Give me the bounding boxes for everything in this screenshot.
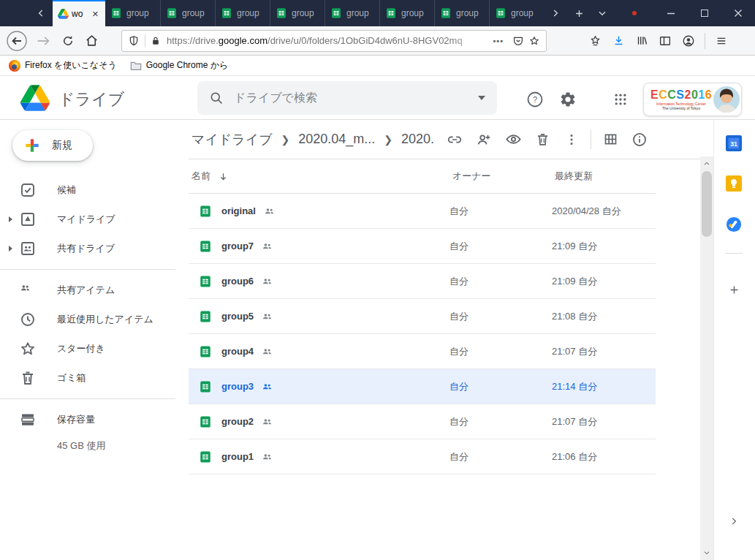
tab-scroll-right-button[interactable] xyxy=(544,0,567,26)
bookmark-star-icon[interactable] xyxy=(528,35,540,47)
sidebar-item-trash[interactable]: ゴミ箱 xyxy=(0,363,189,393)
search-options-caret-icon[interactable] xyxy=(478,96,485,100)
sidebar-item-clock[interactable]: 最近使用したアイテム xyxy=(0,305,189,334)
account-icon[interactable] xyxy=(677,29,700,53)
close-window-button[interactable] xyxy=(721,0,755,26)
sidebar-item-label: 保存容量 xyxy=(57,413,95,426)
breadcrumb-folder-2[interactable]: 2020. xyxy=(401,132,434,147)
tab-group-sheet[interactable]: group xyxy=(270,0,325,26)
sidebars-icon[interactable] xyxy=(653,29,677,53)
avatar[interactable] xyxy=(713,86,740,113)
file-row-group4[interactable]: group4自分21:07 自分 xyxy=(189,334,656,369)
file-row-group3[interactable]: group3自分21:14 自分 xyxy=(189,369,656,404)
bookmark-item-firefox[interactable]: Firefox を使いこなそう xyxy=(9,59,117,72)
tab-scroll-left-button[interactable] xyxy=(29,0,53,26)
plus-icon xyxy=(574,8,585,19)
get-add-ons-button[interactable] xyxy=(726,281,742,298)
bookmarks-star-list-icon[interactable] xyxy=(583,29,607,53)
file-row-group1[interactable]: group1自分21:06 自分 xyxy=(189,439,656,474)
tab-active-drive[interactable]: wo ✕ xyxy=(53,0,105,26)
sidebar-item-people[interactable]: 共有アイテム xyxy=(0,276,189,305)
google-sheets-icon xyxy=(440,7,452,19)
sidebar-item-star[interactable]: スター付き xyxy=(0,334,189,363)
file-name: group2 xyxy=(221,416,254,427)
grid-view-icon[interactable] xyxy=(596,125,625,154)
tab-close-icon[interactable]: ✕ xyxy=(91,10,100,19)
file-row-group6[interactable]: group6自分21:09 自分 xyxy=(189,264,656,299)
expand-arrow-icon[interactable] xyxy=(9,246,12,251)
sort-descending-arrow-icon[interactable] xyxy=(218,171,229,182)
sidebar-item-priority[interactable]: 候補 xyxy=(0,175,189,205)
info-icon[interactable] xyxy=(625,125,654,154)
scrollbar-thumb[interactable] xyxy=(702,171,712,237)
maximize-button[interactable] xyxy=(688,0,721,26)
bookmark-folder-chrome[interactable]: Google Chrome から xyxy=(130,59,229,72)
new-button[interactable]: 新規 xyxy=(12,130,93,161)
calendar-icon[interactable]: 31 xyxy=(726,135,742,151)
tab-group-sheet[interactable]: group xyxy=(325,0,379,26)
file-row-group7[interactable]: group7自分21:09 自分 xyxy=(189,229,656,264)
breadcrumb-folder-1[interactable]: 2020.04_m... xyxy=(298,132,375,147)
trash-icon[interactable] xyxy=(528,125,557,154)
scrollbar-down-arrow[interactable] xyxy=(700,547,713,559)
minimize-button[interactable] xyxy=(654,0,688,26)
pocket-icon[interactable] xyxy=(512,35,524,47)
lock-icon[interactable] xyxy=(151,36,161,46)
chevron-right-icon xyxy=(550,8,561,18)
search-icon[interactable] xyxy=(209,91,224,105)
sidebar-item-shared-drives[interactable]: 共有ドライブ xyxy=(0,234,189,263)
shared-people-icon xyxy=(261,240,273,252)
sidebar-item-storage[interactable]: 保存容量 xyxy=(0,405,189,434)
tab-group-sheet[interactable]: group xyxy=(105,0,160,26)
google-drive-logo[interactable] xyxy=(20,85,50,111)
shared-people-icon xyxy=(261,415,273,428)
list-scrollbar[interactable] xyxy=(700,156,713,560)
shared-people-icon xyxy=(261,345,273,357)
file-row-group2[interactable]: group2自分21:07 自分 xyxy=(189,404,656,439)
new-tab-button[interactable] xyxy=(567,0,591,26)
breadcrumb-my-drive[interactable]: マイドライブ xyxy=(191,131,273,148)
search-input[interactable] xyxy=(234,91,478,105)
library-icon[interactable] xyxy=(630,29,653,53)
preview-eye-icon[interactable] xyxy=(498,125,528,154)
help-button[interactable]: ? xyxy=(525,89,545,110)
menu-hamburger-icon[interactable] xyxy=(710,29,733,53)
forward-button[interactable] xyxy=(31,29,56,53)
file-modified: 21:09 自分 xyxy=(552,275,656,288)
hide-side-panel-button[interactable] xyxy=(726,513,742,529)
more-actions-icon[interactable] xyxy=(557,125,586,154)
file-name: group6 xyxy=(221,276,254,287)
reload-button[interactable] xyxy=(57,29,79,53)
file-owner: 自分 xyxy=(449,450,552,463)
shared-drives-icon xyxy=(19,240,37,257)
drive-search-box[interactable] xyxy=(197,81,497,115)
keep-icon[interactable] xyxy=(726,175,742,192)
url-text[interactable]: https://drive.google.com/drive/u/0/folde… xyxy=(167,35,488,46)
home-button[interactable] xyxy=(80,29,102,53)
scrollbar-up-arrow[interactable] xyxy=(700,158,713,170)
page-actions-icon[interactable]: ••• xyxy=(493,37,504,45)
sidebar-item-my-drive[interactable]: マイドライブ xyxy=(0,205,189,234)
selection-toolbar xyxy=(440,125,654,154)
google-apps-waffle-icon[interactable] xyxy=(610,89,631,110)
file-row-group5[interactable]: group5自分21:08 自分 xyxy=(189,299,656,334)
tab-group-sheet[interactable]: group xyxy=(434,0,489,26)
add-person-icon[interactable] xyxy=(469,125,498,154)
tab-group-sheet[interactable]: group xyxy=(215,0,270,26)
account-badge[interactable]: ECCS2016 Information Technology Center T… xyxy=(643,83,742,116)
address-bar[interactable]: https://drive.google.com/drive/u/0/folde… xyxy=(121,30,547,52)
tab-group-sheet[interactable]: group xyxy=(489,0,544,26)
column-header-name[interactable]: 名前 xyxy=(191,170,210,183)
tasks-icon[interactable] xyxy=(726,216,742,232)
get-link-icon[interactable] xyxy=(440,125,469,154)
file-name: group3 xyxy=(221,381,254,392)
tracking-protection-shield-icon[interactable] xyxy=(128,35,140,47)
downloads-icon[interactable] xyxy=(607,29,630,53)
file-row-original[interactable]: original自分2020/04/28 自分 xyxy=(189,194,656,229)
expand-arrow-icon[interactable] xyxy=(9,216,12,222)
tab-group-sheet[interactable]: group xyxy=(160,0,215,26)
back-button[interactable] xyxy=(4,29,29,53)
settings-gear-icon[interactable] xyxy=(558,89,578,110)
tab-group-sheet[interactable]: group xyxy=(379,0,434,26)
list-all-tabs-button[interactable] xyxy=(591,0,614,26)
